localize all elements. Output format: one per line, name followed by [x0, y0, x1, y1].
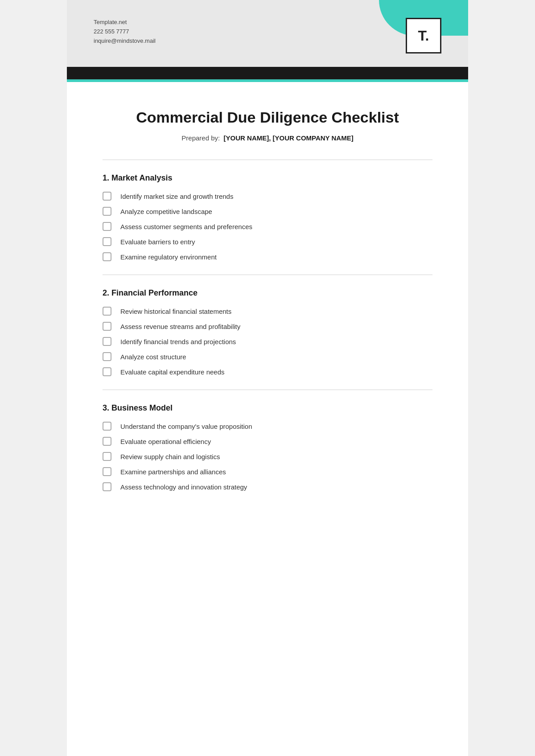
- list-item: Review historical financial statements: [103, 307, 432, 316]
- section-1-title: 1. Market Analysis: [103, 173, 432, 183]
- checkbox-2-5[interactable]: [103, 367, 111, 376]
- prepared-by-label: Prepared by:: [181, 134, 220, 142]
- header: Template.net 222 555 7777 inquire@mindst…: [67, 0, 468, 67]
- list-item: Understand the company's value propositi…: [103, 422, 432, 431]
- page: Template.net 222 555 7777 inquire@mindst…: [67, 0, 468, 756]
- section-business-model: 3. Business Model Understand the company…: [103, 403, 432, 491]
- checkbox-3-5[interactable]: [103, 482, 111, 491]
- logo-text: T.: [418, 28, 429, 44]
- list-item: Analyze competitive landscape: [103, 207, 432, 216]
- list-item: Examine regulatory environment: [103, 252, 432, 261]
- checkbox-1-2[interactable]: [103, 207, 111, 216]
- phone-number: 222 555 7777: [94, 27, 156, 37]
- company-name: Template.net: [94, 18, 156, 27]
- item-label: Identify market size and growth trends: [120, 193, 233, 200]
- item-label: Review supply chain and logistics: [120, 453, 220, 460]
- checkbox-3-4[interactable]: [103, 467, 111, 476]
- divider-top: [103, 160, 432, 160]
- section-market-analysis: 1. Market Analysis Identify market size …: [103, 173, 432, 261]
- item-label: Examine partnerships and alliances: [120, 468, 226, 476]
- checkbox-2-2[interactable]: [103, 322, 111, 331]
- logo-box: T.: [406, 18, 441, 53]
- item-label: Examine regulatory environment: [120, 253, 217, 261]
- section-1-checklist: Identify market size and growth trends A…: [103, 192, 432, 261]
- checkbox-3-2[interactable]: [103, 437, 111, 446]
- item-label: Analyze competitive landscape: [120, 208, 212, 215]
- list-item: Assess customer segments and preferences: [103, 222, 432, 231]
- prepared-by-line: Prepared by: [YOUR NAME], [YOUR COMPANY …: [103, 134, 432, 142]
- list-item: Identify financial trends and projection…: [103, 337, 432, 346]
- list-item: Examine partnerships and alliances: [103, 467, 432, 476]
- list-item: Assess technology and innovation strateg…: [103, 482, 432, 491]
- divider-1: [103, 275, 432, 275]
- list-item: Evaluate barriers to entry: [103, 237, 432, 246]
- checkbox-2-1[interactable]: [103, 307, 111, 316]
- list-item: Assess revenue streams and profitability: [103, 322, 432, 331]
- list-item: Evaluate capital expenditure needs: [103, 367, 432, 376]
- item-label: Identify financial trends and projection…: [120, 338, 236, 345]
- section-financial-performance: 2. Financial Performance Review historic…: [103, 288, 432, 376]
- item-label: Review historical financial statements: [120, 308, 231, 315]
- dark-banner: [67, 67, 468, 79]
- list-item: Review supply chain and logistics: [103, 452, 432, 461]
- item-label: Assess technology and innovation strateg…: [120, 483, 247, 491]
- checkbox-3-1[interactable]: [103, 422, 111, 431]
- section-2-checklist: Review historical financial statements A…: [103, 307, 432, 376]
- checkbox-1-4[interactable]: [103, 237, 111, 246]
- document-title: Commercial Due Diligence Checklist: [103, 109, 432, 126]
- section-3-title: 3. Business Model: [103, 403, 432, 413]
- prepared-by-value: [YOUR NAME], [YOUR COMPANY NAME]: [224, 134, 354, 142]
- contact-info: Template.net 222 555 7777 inquire@mindst…: [94, 18, 156, 45]
- checkbox-1-3[interactable]: [103, 222, 111, 231]
- section-2-title: 2. Financial Performance: [103, 288, 432, 298]
- divider-2: [103, 390, 432, 390]
- item-label: Assess revenue streams and profitability: [120, 323, 240, 330]
- checkbox-2-4[interactable]: [103, 352, 111, 361]
- checkbox-3-3[interactable]: [103, 452, 111, 461]
- email-address: inquire@mindstove.mail: [94, 37, 156, 46]
- list-item: Analyze cost structure: [103, 352, 432, 361]
- item-label: Analyze cost structure: [120, 353, 186, 361]
- item-label: Evaluate operational efficiency: [120, 438, 211, 445]
- list-item: Identify market size and growth trends: [103, 192, 432, 201]
- item-label: Evaluate capital expenditure needs: [120, 368, 225, 376]
- item-label: Assess customer segments and preferences: [120, 223, 252, 230]
- item-label: Understand the company's value propositi…: [120, 423, 252, 430]
- list-item: Evaluate operational efficiency: [103, 437, 432, 446]
- checkbox-1-5[interactable]: [103, 252, 111, 261]
- checkbox-1-1[interactable]: [103, 192, 111, 201]
- section-3-checklist: Understand the company's value propositi…: [103, 422, 432, 491]
- main-content: Commercial Due Diligence Checklist Prepa…: [67, 82, 468, 524]
- item-label: Evaluate barriers to entry: [120, 238, 195, 246]
- checkbox-2-3[interactable]: [103, 337, 111, 346]
